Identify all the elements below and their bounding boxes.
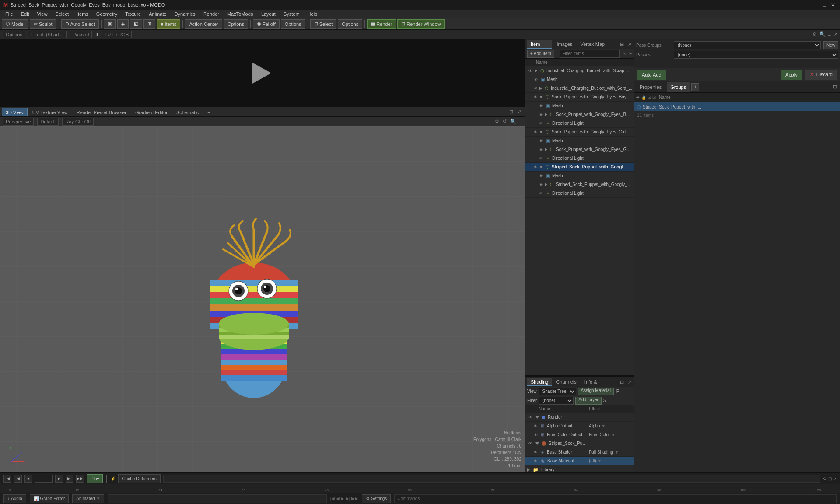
menu-texture[interactable]: Texture bbox=[122, 10, 144, 18]
close-button[interactable]: ✕ bbox=[830, 1, 836, 8]
passes-dropdown[interactable]: (none) bbox=[674, 51, 838, 59]
render-button[interactable]: ◼ Render bbox=[367, 19, 396, 29]
model-button[interactable]: ⬡ Model bbox=[2, 19, 28, 29]
add-tab-button[interactable]: + bbox=[691, 83, 699, 91]
eye-icon[interactable]: 👁 bbox=[527, 414, 533, 420]
filter-items-input[interactable] bbox=[560, 50, 620, 58]
tab-add[interactable]: + bbox=[203, 108, 214, 116]
falloff-button[interactable]: ◉ Falloff bbox=[253, 19, 280, 29]
eye-icon[interactable]: 👁 bbox=[532, 129, 539, 135]
list-item[interactable]: 👁 ⬡ Sock_Puppet_with_Googly_Eyes_Boy_Bl.… bbox=[525, 93, 634, 102]
eye-icon[interactable]: 👁 bbox=[538, 112, 544, 118]
menu-render[interactable]: Render bbox=[200, 10, 223, 18]
shader-row[interactable]: 👁 ◈ Base Shader Full Shading ▼ bbox=[525, 448, 634, 457]
list-item[interactable]: 👁 ⬡ Striped_Sock_Puppet_with_Googly_Ey..… bbox=[525, 180, 634, 189]
skip-end-button[interactable]: ▶▶ bbox=[76, 475, 84, 483]
play-button[interactable] bbox=[252, 62, 273, 84]
shader-row[interactable]: 👁 ◼ Render bbox=[525, 413, 634, 422]
play-forward-button[interactable]: ▶ bbox=[55, 475, 63, 483]
eye-icon[interactable]: 👁 bbox=[527, 441, 533, 447]
eye-icon[interactable]: 👁 bbox=[532, 458, 539, 464]
list-item[interactable]: 👁 ⬡ Sock_Puppet_with_Googly_Eyes_Girl_..… bbox=[525, 145, 634, 154]
shader-row[interactable]: 👁 ⊞ Alpha Output Alpha ▼ bbox=[525, 422, 634, 430]
tab-gradient-editor[interactable]: Gradient Editor bbox=[131, 108, 172, 116]
settings-button[interactable]: ⚙ Settings bbox=[362, 494, 391, 503]
3d-viewport[interactable]: x y z No Items Polygons : Catmull-Clark … bbox=[0, 126, 525, 472]
list-item[interactable]: 👁 ▣ Mesh bbox=[525, 172, 634, 180]
tab-info-statistics[interactable]: Info & Statistics bbox=[581, 378, 617, 386]
shader-row[interactable]: 👁 ⊞ Final Color Output Final Color ▼ bbox=[525, 430, 634, 439]
list-item[interactable]: 👁 ⬡ Industrial_Charging_Bucket_with_Scra… bbox=[525, 66, 634, 75]
eye-icon[interactable]: 👁 bbox=[538, 182, 544, 188]
tab-render-preset[interactable]: Render Preset Browser bbox=[73, 108, 130, 116]
action-center-button[interactable]: Action Center bbox=[185, 19, 222, 29]
viewport-settings-icon[interactable]: ⚙ bbox=[495, 119, 499, 124]
tab-shading[interactable]: Shading bbox=[527, 378, 552, 386]
toolbar-icon-3[interactable]: ⬕ bbox=[130, 19, 142, 29]
eye-icon[interactable]: 👁 bbox=[532, 432, 539, 438]
tab-vertex-map[interactable]: Vertex Map List bbox=[577, 40, 617, 49]
menu-geometry[interactable]: Geometry bbox=[93, 10, 121, 18]
select-options-button[interactable]: Options bbox=[338, 19, 362, 29]
shading-expand-icon[interactable]: ⊞ bbox=[619, 379, 625, 385]
prev-frame-button[interactable]: ◀ bbox=[14, 475, 22, 483]
menu-maxtomodo[interactable]: MaxToModo bbox=[224, 10, 257, 18]
viewport-expand-icon[interactable]: ⊞ bbox=[508, 109, 515, 115]
cache-deformers-button[interactable]: Cache Deformers bbox=[118, 474, 160, 483]
select-through-button[interactable]: ⊡ Select bbox=[310, 19, 337, 29]
tab-images[interactable]: Images bbox=[553, 40, 576, 49]
eye-icon[interactable]: 👁 bbox=[532, 423, 539, 429]
tab-groups[interactable]: Groups bbox=[667, 82, 690, 92]
animated-button[interactable]: Animated ▼ bbox=[72, 494, 104, 503]
commands-area[interactable]: Commands bbox=[394, 494, 836, 503]
toolbar-icon-2[interactable]: ◈ bbox=[117, 19, 129, 29]
toolbar2-icon-1[interactable]: ⚙ bbox=[812, 32, 817, 37]
list-item[interactable]: 👁 ⬡ Industrial_Charging_Bucket_with_Scra… bbox=[525, 84, 634, 93]
perspective-label[interactable]: Perspective bbox=[3, 118, 34, 126]
maximize-button[interactable]: □ bbox=[821, 1, 828, 8]
tab-uv-texture[interactable]: UV Texture View bbox=[28, 108, 72, 116]
toolbar-icon-4[interactable]: ⊞ bbox=[144, 19, 155, 29]
list-item[interactable]: 👁 ☀ Directional Light bbox=[525, 154, 634, 163]
graph-editor-button[interactable]: 📊 Graph Editor bbox=[30, 494, 69, 503]
menu-items[interactable]: Items bbox=[73, 10, 92, 18]
add-layer-button[interactable]: Add Layer bbox=[575, 397, 602, 405]
auto-select-button[interactable]: ⊙ Auto Select bbox=[61, 19, 99, 29]
next-frame-button[interactable]: ▶| bbox=[66, 475, 74, 483]
options-label[interactable]: Options bbox=[3, 31, 25, 38]
eye-icon[interactable]: 👁 bbox=[538, 147, 544, 153]
groups-item-row[interactable]: ⬡ Striped_Sock_Puppet_with_... bbox=[634, 102, 840, 111]
eye-icon[interactable]: 👁 bbox=[532, 94, 539, 100]
shader-row[interactable]: 👁 Striped_Sock_Puppet_with_... bbox=[525, 439, 634, 448]
item-list[interactable]: 👁 ⬡ Industrial_Charging_Bucket_with_Scra… bbox=[525, 66, 634, 375]
discard-button[interactable]: ✕ Discard bbox=[805, 70, 837, 80]
lut-label[interactable]: LUT: sRGB bbox=[102, 31, 132, 38]
eye-icon[interactable]: 👁 bbox=[532, 85, 539, 91]
item-list-options-icon[interactable]: ↗ bbox=[626, 42, 633, 47]
options-button-2[interactable]: Options bbox=[281, 19, 305, 29]
toolbar-icon-1[interactable]: ▣ bbox=[104, 19, 116, 29]
filter-dropdown[interactable]: (none) bbox=[539, 397, 574, 405]
viewport-icon-2[interactable]: ↗ bbox=[516, 109, 523, 115]
auto-add-button[interactable]: Auto Add bbox=[637, 70, 666, 80]
tab-3d-view[interactable]: 3D View bbox=[2, 108, 28, 116]
assign-material-button[interactable]: Assign Material bbox=[578, 388, 614, 396]
ray-gl-label[interactable]: Ray GL: Off bbox=[62, 118, 94, 126]
skip-start-button[interactable]: |◀ bbox=[4, 475, 11, 483]
shading-options-icon[interactable]: ↗ bbox=[626, 379, 633, 385]
tab-item-list[interactable]: Item List bbox=[527, 40, 552, 49]
eye-icon[interactable]: 👁 bbox=[538, 173, 544, 179]
shader-list[interactable]: 👁 ◼ Render 👁 ⊞ Alpha Output Alpha ▼ bbox=[525, 413, 634, 472]
list-item[interactable]: 👁 ⬡ Sock_Puppet_with_Googly_Eyes_Boy_... bbox=[525, 110, 634, 119]
eye-icon[interactable]: 👁 bbox=[527, 68, 533, 74]
add-item-button[interactable]: + Add Item bbox=[527, 50, 554, 58]
menu-view[interactable]: View bbox=[34, 10, 51, 18]
shader-row[interactable]: 👁 ◉ Base Material (all) ▼ bbox=[525, 457, 634, 466]
toolbar2-icon-4[interactable]: ↗ bbox=[833, 32, 837, 37]
list-item[interactable]: 👁 ▣ Mesh bbox=[525, 102, 634, 110]
list-item[interactable]: 👁 ⬡ Striped_Sock_Puppet_with_Googl_... bbox=[525, 163, 634, 172]
timeline-ruler[interactable]: 0 12 24 36 48 60 72 84 96 108 120 bbox=[0, 484, 840, 493]
eye-icon[interactable]: 👁 bbox=[538, 120, 544, 126]
menu-system[interactable]: System bbox=[280, 10, 303, 18]
menu-help[interactable]: Help bbox=[304, 10, 321, 18]
